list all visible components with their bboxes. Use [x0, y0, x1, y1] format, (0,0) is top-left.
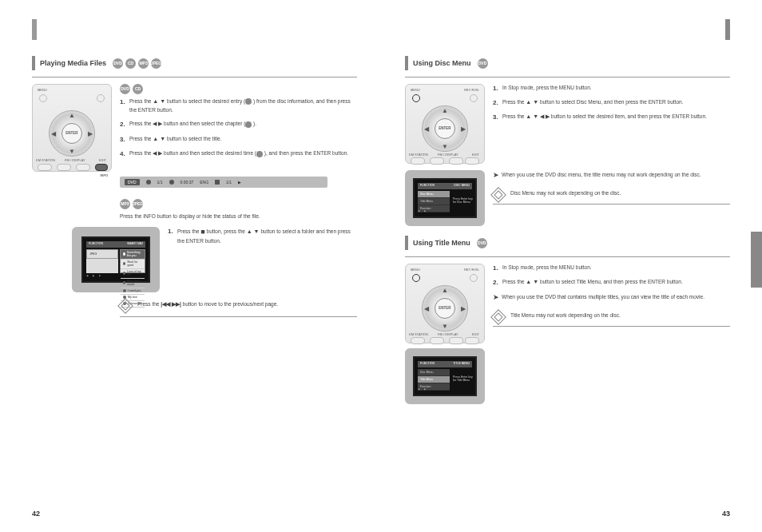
step-1: 1.In Stop mode, press the MENU button. — [493, 264, 730, 272]
remote-menu-button — [412, 274, 420, 282]
remote-button — [76, 164, 90, 171]
step-1: 1. Press the ▲ ▼ button to select the de… — [120, 97, 357, 113]
note-row: Disc Menu may not work depending on the … — [493, 189, 730, 200]
remote-label: INFO — [100, 173, 108, 177]
section-title: Using Title Menu — [413, 239, 470, 247]
instruction-block-mp3-jpeg: MP3 JPEG Press the INFO button to displa… — [32, 199, 357, 220]
remote-dpad: ▲▼ ◀▶ ENTER — [422, 285, 468, 332]
info-time: 0:00:37 — [181, 180, 194, 185]
page-accent-bar — [725, 19, 730, 40]
remote-menu-button — [412, 94, 420, 102]
page-number: 42 — [32, 510, 40, 518]
screen-side-label: JPEG — [86, 249, 118, 259]
disc-icon: JPEG — [133, 199, 143, 209]
time-icon — [256, 151, 263, 157]
disc-icon: MP3 — [138, 58, 149, 69]
steps-list: DVD CD 1. Press the ▲ ▼ button to select… — [120, 84, 357, 172]
screen-label: SMART NAV — [127, 242, 143, 247]
remote-button — [57, 164, 71, 171]
instruction-block: MENU ▲▼ ◀▶ ENTER KM STATION FM / DISPLAY… — [32, 84, 357, 172]
note-row: Title Menu may not work depending on the… — [493, 312, 730, 323]
step-3: 3. Press the ▲ ▼ button to select the ti… — [120, 135, 357, 144]
manual-page-left: Playing Media Files DVD CD MP3 JPEG MENU… — [0, 0, 381, 532]
page-accent-bar — [32, 19, 37, 40]
instruction-block: MENU RET./FUN. ▲▼ ◀▶ ENTER KM STATION FM… — [405, 84, 730, 164]
skip-buttons-glyph: |◀◀ ▶▶| — [161, 301, 181, 307]
osd-message: Press Enter key for Title Menu — [453, 375, 473, 382]
step-1: 1.In Stop mode, press the MENU button. — [493, 84, 730, 92]
remote-button — [38, 164, 52, 171]
remote-illustration: MENU RET./FUN. ▲▼ ◀▶ ENTER KM STATION FM… — [405, 264, 485, 343]
chapter-icon — [245, 121, 252, 128]
disc-icon: DVD — [477, 238, 487, 248]
remote-button — [470, 94, 478, 102]
tv-screen-title-menu: FUNCTION TITLE MENU Disc Menu Title Menu… — [405, 348, 485, 404]
disc-icon: CD — [125, 58, 136, 69]
remote-dpad: ▲▼ ◀▶ ENTER — [49, 110, 95, 157]
step-3: 3. Press the ▲ ▼ ◀ ▶ button to select th… — [493, 113, 730, 121]
remote-label: EXIT — [99, 158, 106, 162]
remote-menu-button — [39, 94, 47, 102]
tv-screen-smartnav: FUNCTION SMART NAV JPEG Something like y… — [72, 227, 160, 292]
remote-dpad: ▲▼ ◀▶ ENTER — [422, 105, 468, 152]
section-heading-disc-menu: Using Disc Menu DVD — [405, 56, 730, 70]
tip-line: ➤When you use the DVD that contains mult… — [493, 292, 730, 304]
remote-enter-button: ENTER — [62, 123, 82, 144]
remote-label: FM / DISPLAY — [65, 158, 85, 162]
step-2: 2. Press the ▲ ▼ button to select Title … — [493, 278, 730, 287]
sub-intro: Press the INFO button to display or hide… — [120, 212, 357, 220]
disc-icon: DVD — [113, 58, 123, 69]
step-1: 1. Press the ■ button, press the ▲ ▼ but… — [168, 227, 357, 245]
remote-info-button — [95, 164, 108, 171]
disc-icon: CD — [133, 84, 143, 94]
tv-screen-disc-menu: FUNCTION DISC MENU Disc Menu Title Menu … — [405, 170, 485, 226]
section-heading-title-menu: Using Title Menu DVD — [405, 236, 730, 250]
note-row: Press the |◀◀ ▶▶| button to move to the … — [120, 300, 357, 312]
step-2: 2. Press the ▲ ▼ button to select Disc M… — [493, 98, 730, 107]
disc-icon: JPEG — [151, 58, 161, 69]
note-icon — [490, 187, 506, 203]
osd-message: Press Enter key for Disc Menu — [453, 197, 473, 204]
section-title: Using Disc Menu — [413, 59, 471, 67]
side-tab — [751, 232, 762, 288]
osd-info-bar: DVD 1/1 0:00:37 ENG 1/1 ▶ — [120, 177, 327, 188]
tip-line: ➤When you use the DVD disc menu, the tit… — [493, 170, 730, 181]
section-title: Playing Media Files — [40, 59, 106, 67]
screen-and-notes: FUNCTION DISC MENU Disc Menu Title Menu … — [405, 170, 730, 226]
screen-row: FUNCTION TITLE MENU Disc Menu Title Menu… — [405, 348, 730, 404]
title-icon — [245, 98, 252, 105]
file-list: Something like you Back for good Love of… — [120, 249, 145, 273]
instruction-block: MENU RET./FUN. ▲▼ ◀▶ ENTER KM STATION FM… — [405, 264, 730, 343]
remote-label: MENU — [38, 88, 47, 92]
info-chapter: 1/1 — [157, 180, 163, 185]
step-4: 4. Press the ◀ ▶ button and then select … — [120, 149, 357, 158]
page-number: 43 — [722, 510, 730, 518]
remote-illustration: MENU RET./FUN. ▲▼ ◀▶ ENTER KM STATION FM… — [405, 84, 485, 164]
disc-icon: DVD — [478, 58, 488, 69]
disc-icon: MP3 — [120, 199, 130, 209]
disc-icon: DVD — [120, 84, 130, 94]
step-2: 2. Press the ◀ ▶ button and then select … — [120, 120, 357, 129]
remote-label: KM STATION — [36, 158, 55, 162]
instruction-with-screen: FUNCTION SMART NAV JPEG Something like y… — [32, 227, 357, 292]
note-icon — [490, 309, 506, 325]
screen-label: FUNCTION — [89, 242, 103, 247]
info-dvd-label: DVD — [125, 179, 140, 185]
info-lang: ENG — [200, 180, 208, 185]
manual-page-right: Using Disc Menu DVD MENU RET./FUN. ▲▼ ◀▶… — [381, 0, 762, 532]
info-audio: 1/1 — [226, 180, 232, 185]
remote-illustration: MENU ▲▼ ◀▶ ENTER KM STATION FM / DISPLAY… — [32, 84, 112, 172]
remote-button — [97, 94, 105, 102]
section-heading-playing-media: Playing Media Files DVD CD MP3 JPEG — [32, 56, 357, 70]
